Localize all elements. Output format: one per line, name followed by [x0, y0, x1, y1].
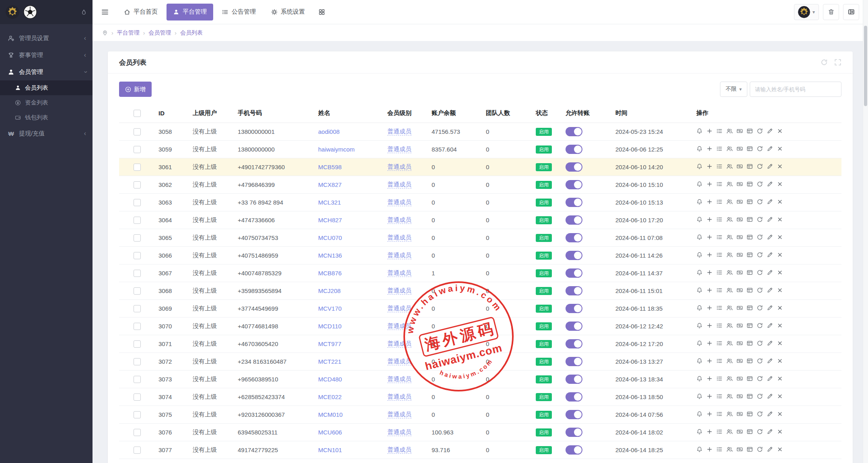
team-icon[interactable]	[726, 163, 733, 170]
transfer-toggle[interactable]	[566, 339, 582, 348]
bell-icon[interactable]	[696, 128, 703, 134]
member-level-link[interactable]: 普通成员	[387, 446, 411, 454]
refresh-icon[interactable]	[757, 269, 763, 276]
member-level-link[interactable]: 普通成员	[387, 128, 411, 135]
select-all-checkbox[interactable]	[134, 110, 141, 117]
edit-icon[interactable]	[767, 340, 773, 346]
droplet-icon[interactable]	[81, 9, 87, 15]
card-icon[interactable]	[747, 358, 753, 364]
nav-apps-grid[interactable]	[314, 4, 330, 20]
team-icon[interactable]	[726, 252, 733, 258]
add-icon[interactable]	[706, 428, 713, 435]
card-icon[interactable]	[747, 446, 753, 453]
row-checkbox[interactable]	[134, 447, 141, 454]
transfer-toggle[interactable]	[566, 162, 582, 172]
transfer-toggle[interactable]	[566, 410, 582, 419]
member-level-link[interactable]: 普通成员	[387, 234, 411, 242]
add-icon[interactable]	[706, 252, 713, 258]
nav-platform-home[interactable]: 平台首页	[117, 4, 164, 20]
row-checkbox[interactable]	[134, 128, 141, 135]
breadcrumb-member-management[interactable]: 会员管理	[148, 29, 171, 37]
sidebar-subitem-member-list[interactable]: 会员列表	[0, 80, 93, 95]
transfer-toggle[interactable]	[566, 304, 582, 313]
member-name-link[interactable]: MCD480	[318, 376, 342, 383]
add-icon[interactable]	[706, 411, 713, 417]
member-name-link[interactable]: MCN136	[318, 252, 342, 259]
money-icon[interactable]	[736, 375, 743, 382]
transfer-toggle[interactable]	[566, 375, 582, 384]
team-icon[interactable]	[726, 322, 733, 329]
delete-icon[interactable]	[777, 322, 783, 329]
row-checkbox[interactable]	[134, 305, 141, 312]
refresh-icon[interactable]	[757, 234, 763, 240]
breadcrumb-platform-management[interactable]: 平台管理	[117, 29, 140, 37]
bell-icon[interactable]	[696, 269, 703, 276]
money-icon[interactable]	[736, 216, 743, 223]
trash-button[interactable]	[823, 4, 839, 20]
add-icon[interactable]	[706, 269, 713, 276]
edit-icon[interactable]	[767, 375, 773, 382]
card-icon[interactable]	[747, 269, 753, 276]
bell-icon[interactable]	[696, 199, 703, 205]
member-level-link[interactable]: 普通成员	[387, 269, 411, 277]
delete-icon[interactable]	[777, 252, 783, 258]
transfer-toggle[interactable]	[566, 428, 582, 437]
member-level-link[interactable]: 普通成员	[387, 181, 411, 188]
edit-icon[interactable]	[767, 287, 773, 293]
money-icon[interactable]	[736, 305, 743, 311]
delete-icon[interactable]	[777, 411, 783, 417]
refresh-icon[interactable]	[757, 216, 763, 223]
add-icon[interactable]	[706, 199, 713, 205]
row-checkbox[interactable]	[134, 234, 141, 242]
bell-icon[interactable]	[696, 322, 703, 329]
row-checkbox[interactable]	[134, 411, 141, 418]
bell-icon[interactable]	[696, 375, 703, 382]
member-name-link[interactable]: haiwaiymcom	[318, 146, 355, 153]
delete-icon[interactable]	[777, 128, 783, 134]
member-name-link[interactable]: MCD110	[318, 323, 341, 330]
money-icon[interactable]	[736, 322, 743, 329]
card-icon[interactable]	[747, 234, 753, 240]
member-level-link[interactable]: 普通成员	[387, 163, 411, 171]
search-input[interactable]	[750, 82, 841, 97]
sidebar-subitem-funds-list[interactable]: 资金列表	[0, 95, 93, 110]
nav-system-settings[interactable]: 系统设置	[265, 4, 311, 20]
card-icon[interactable]	[747, 375, 753, 382]
member-level-link[interactable]: 普通成员	[387, 252, 411, 259]
add-icon[interactable]	[706, 358, 713, 364]
member-name-link[interactable]: MCJ208	[318, 287, 341, 294]
edit-icon[interactable]	[767, 411, 773, 417]
list-icon[interactable]	[716, 269, 723, 276]
add-icon[interactable]	[706, 305, 713, 311]
member-name-link[interactable]: MCN101	[318, 447, 342, 453]
list-icon[interactable]	[716, 340, 723, 346]
delete-icon[interactable]	[777, 358, 783, 364]
refresh-icon[interactable]	[757, 375, 763, 382]
refresh-icon[interactable]	[757, 181, 763, 187]
member-level-link[interactable]: 普通成员	[387, 393, 411, 401]
money-icon[interactable]	[736, 163, 743, 170]
delete-icon[interactable]	[777, 393, 783, 399]
member-level-link[interactable]: 普通成员	[387, 305, 411, 312]
money-icon[interactable]	[736, 393, 743, 399]
member-level-link[interactable]: 普通成员	[387, 358, 411, 365]
money-icon[interactable]	[736, 234, 743, 240]
delete-icon[interactable]	[777, 145, 783, 152]
add-icon[interactable]	[706, 322, 713, 329]
delete-icon[interactable]	[777, 199, 783, 205]
delete-icon[interactable]	[777, 216, 783, 223]
delete-icon[interactable]	[777, 287, 783, 293]
member-name-link[interactable]: MCB598	[318, 164, 341, 170]
breadcrumb-member-list[interactable]: 会员列表	[180, 29, 203, 37]
list-icon[interactable]	[716, 322, 723, 329]
edit-icon[interactable]	[767, 181, 773, 187]
list-icon[interactable]	[716, 358, 723, 364]
team-icon[interactable]	[726, 128, 733, 134]
team-icon[interactable]	[726, 305, 733, 311]
sidebar-subitem-wallet-list[interactable]: 钱包列表	[0, 110, 93, 125]
add-icon[interactable]	[706, 287, 713, 293]
transfer-toggle[interactable]	[566, 268, 582, 278]
member-name-link[interactable]: MCX827	[318, 181, 341, 188]
list-icon[interactable]	[716, 428, 723, 435]
team-icon[interactable]	[726, 428, 733, 435]
